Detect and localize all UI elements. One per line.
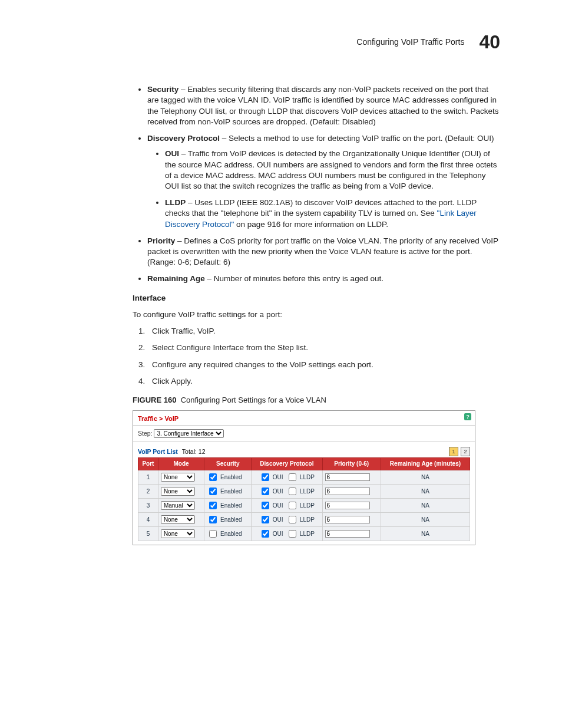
pager-1[interactable]: 1 <box>449 447 458 456</box>
security-checkbox[interactable] <box>209 502 217 509</box>
term: Discovery Protocol <box>147 134 220 143</box>
table-header-row: Port Mode Security Discovery Protocol Pr… <box>138 458 470 470</box>
security-label: Enabled <box>220 474 242 480</box>
oui-label: OUI <box>273 474 283 480</box>
step-selector-row: Step: 3. Configure Interface <box>133 426 475 442</box>
port-table: Port Mode Security Discovery Protocol Pr… <box>138 457 470 541</box>
table-row: 5None Enabled OUI LLDPNA <box>138 526 470 541</box>
cell-mode: None <box>158 526 204 541</box>
step-label: Step: <box>138 430 153 437</box>
cell-priority <box>322 470 381 484</box>
cell-mode: Manual <box>158 498 204 512</box>
mode-select[interactable]: None <box>161 473 195 482</box>
port-list-total: Total: 12 <box>182 448 206 455</box>
col-mode: Mode <box>158 458 204 470</box>
priority-input[interactable] <box>325 516 370 523</box>
table-row: 3Manual Enabled OUI LLDPNA <box>138 498 470 512</box>
col-priority: Priority (0-6) <box>322 458 381 470</box>
figure-caption: FIGURE 160 Configuring Port Settings for… <box>133 395 500 406</box>
mode-select[interactable]: None <box>161 529 195 538</box>
cell-discovery: OUI LLDP <box>252 512 322 526</box>
cell-discovery: OUI LLDP <box>252 498 322 512</box>
lldp-label: LLDP <box>300 516 315 523</box>
lldp-checkbox[interactable] <box>289 473 296 481</box>
term: Remaining Age <box>147 274 205 283</box>
oui-checkbox[interactable] <box>262 516 269 523</box>
table-row: 4None Enabled OUI LLDPNA <box>138 512 470 526</box>
security-label: Enabled <box>220 488 242 495</box>
table-row: 1None Enabled OUI LLDPNA <box>138 470 470 484</box>
pager-group: 1 2 <box>449 447 470 456</box>
security-checkbox[interactable] <box>209 530 217 538</box>
security-label: Enabled <box>220 502 242 509</box>
lldp-checkbox[interactable] <box>289 487 296 495</box>
cell-mode: None <box>158 512 204 526</box>
interface-steps: Click Traffic, VoIP. Select Configure In… <box>133 326 500 387</box>
priority-input[interactable] <box>325 502 370 509</box>
lldp-label: LLDP <box>300 531 315 537</box>
breadcrumb: Traffic > VoIP ? <box>133 411 475 426</box>
oui-checkbox[interactable] <box>262 502 269 509</box>
oui-label: OUI <box>273 531 283 537</box>
cell-age: NA <box>381 470 470 484</box>
step-select[interactable]: 3. Configure Interface <box>154 429 224 438</box>
interface-intro: To configure VoIP traffic settings for a… <box>133 309 500 320</box>
term-text: – Number of minutes before this entry is… <box>205 274 384 283</box>
cell-discovery: OUI LLDP <box>252 526 322 541</box>
priority-input[interactable] <box>325 487 370 495</box>
cell-priority <box>322 498 381 512</box>
term: Priority <box>147 236 175 245</box>
port-list-label: VoIP Port List <box>138 448 178 455</box>
security-checkbox[interactable] <box>209 487 217 495</box>
priority-input[interactable] <box>325 530 370 538</box>
cell-port: 4 <box>138 512 158 526</box>
parameter-list: Security – Enables security filtering th… <box>133 84 500 285</box>
mode-select[interactable]: None <box>161 487 195 496</box>
cell-port: 1 <box>138 470 158 484</box>
figure-screenshot: Traffic > VoIP ? Step: 3. Configure Inte… <box>133 410 475 545</box>
security-checkbox[interactable] <box>209 516 217 523</box>
security-label: Enabled <box>220 531 242 537</box>
step-item: Configure any required changes to the Vo… <box>147 360 500 370</box>
term: OUI <box>165 149 179 158</box>
step-item: Select Configure Interface from the Step… <box>147 342 500 353</box>
oui-checkbox[interactable] <box>262 487 269 495</box>
pager-2[interactable]: 2 <box>461 447 470 456</box>
priority-input[interactable] <box>325 473 370 481</box>
lldp-checkbox[interactable] <box>289 530 296 538</box>
cell-age: NA <box>381 484 470 498</box>
cell-discovery: OUI LLDP <box>252 470 322 484</box>
header-title: Configuring VoIP Traffic Ports <box>356 37 464 48</box>
step-item: Click Traffic, VoIP. <box>147 326 500 337</box>
mode-select[interactable]: Manual <box>161 501 195 510</box>
security-checkbox[interactable] <box>209 473 217 481</box>
col-age: Remaining Age (minutes) <box>381 458 470 470</box>
col-security: Security <box>204 458 252 470</box>
cell-priority <box>322 484 381 498</box>
help-icon[interactable]: ? <box>464 413 471 420</box>
oui-checkbox[interactable] <box>262 473 269 481</box>
oui-checkbox[interactable] <box>262 530 269 538</box>
chapter-number: 40 <box>479 29 500 55</box>
oui-label: OUI <box>273 516 283 523</box>
cell-mode: None <box>158 470 204 484</box>
cell-age: NA <box>381 526 470 541</box>
discovery-sublist: OUI – Traffic from VoIP devices is detec… <box>147 149 500 230</box>
term: Security <box>147 85 178 94</box>
lldp-label: LLDP <box>300 502 315 509</box>
cell-security: Enabled <box>204 484 252 498</box>
interface-heading: Interface <box>133 293 500 304</box>
cell-port: 3 <box>138 498 158 512</box>
mode-select[interactable]: None <box>161 515 195 524</box>
page-header: Configuring VoIP Traffic Ports 40 <box>133 29 500 55</box>
table-row: 2None Enabled OUI LLDPNA <box>138 484 470 498</box>
param-priority: Priority – Defines a CoS priority for po… <box>147 236 500 268</box>
param-oui: OUI – Traffic from VoIP devices is detec… <box>165 149 500 192</box>
cell-security: Enabled <box>204 470 252 484</box>
port-list-header: VoIP Port List Total: 12 1 2 <box>133 442 475 457</box>
lldp-checkbox[interactable] <box>289 502 296 509</box>
lldp-checkbox[interactable] <box>289 516 296 523</box>
term-text: – Defines a CoS priority for port traffi… <box>147 236 498 266</box>
security-label: Enabled <box>220 516 242 523</box>
cell-age: NA <box>381 512 470 526</box>
